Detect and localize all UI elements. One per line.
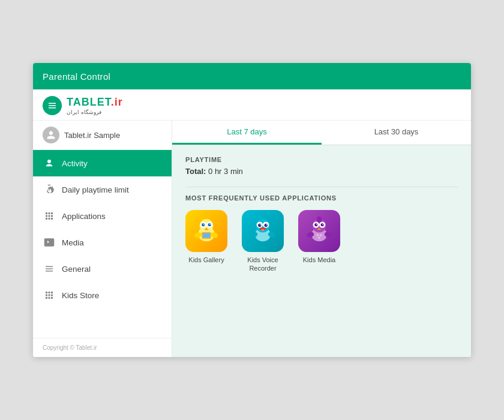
- header: Parental Control: [33, 63, 471, 89]
- tab-last7[interactable]: Last 7 days: [172, 121, 322, 145]
- app-item-kids-gallery: Kids Gallery: [185, 210, 227, 273]
- app-item-kids-voice: Kids Voice Recorder: [242, 210, 284, 273]
- sidebar-item-media[interactable]: Media: [33, 229, 172, 256]
- sidebar-footer: Copyright © Tablet.ir: [33, 338, 172, 357]
- apps-grid: Kids Gallery: [185, 210, 458, 273]
- divider: [185, 187, 458, 187]
- playtime-total-value: 0 hr 3 min: [208, 167, 243, 176]
- svg-point-19: [265, 224, 268, 227]
- activity-icon: [43, 157, 56, 170]
- svg-point-33: [316, 224, 317, 225]
- tab-last30[interactable]: Last 30 days: [322, 121, 471, 145]
- sidebar-item-general[interactable]: General: [33, 256, 172, 282]
- svg-point-38: [317, 234, 319, 236]
- svg-point-0: [47, 160, 51, 163]
- sidebar-item-applications-label: Applications: [62, 212, 106, 221]
- sidebar-item-applications[interactable]: Applications: [33, 203, 172, 229]
- kids-gallery-label: Kids Gallery: [188, 256, 224, 264]
- playtime-total-label: Total:: [185, 167, 206, 176]
- sidebar-user: Tablet.ir Sample: [33, 121, 172, 150]
- apps-section-title: MOST FREQUENTLY USED APPLICATIONS: [185, 194, 458, 202]
- kids-voice-icon: [242, 210, 284, 252]
- sidebar-nav: Activity Daily playtime limit Applicatio…: [33, 150, 172, 338]
- svg-point-23: [261, 229, 264, 231]
- timer-icon: [43, 183, 56, 196]
- playtime-total: Total: 0 hr 3 min: [185, 167, 458, 176]
- sidebar-item-daily-playtime[interactable]: Daily playtime limit: [33, 176, 172, 203]
- svg-point-39: [320, 234, 322, 236]
- logo-bar: TABLET.ir فروشگاه ایران: [33, 89, 471, 121]
- sidebar-item-kids-store-label: Kids Store: [62, 291, 99, 300]
- svg-rect-13: [203, 233, 210, 238]
- svg-point-18: [258, 224, 261, 227]
- svg-point-34: [322, 224, 323, 225]
- avatar: [43, 127, 59, 143]
- svg-point-20: [260, 224, 261, 226]
- svg-point-40: [318, 237, 320, 239]
- user-name: Tablet.ir Sample: [64, 131, 120, 140]
- content-area: Last 7 days Last 30 days PLAYTIME Total:…: [172, 121, 471, 357]
- svg-point-31: [314, 223, 317, 226]
- content-inner: PLAYTIME Total: 0 hr 3 min MOST FREQUENT…: [172, 145, 471, 357]
- copyright-text: Copyright © Tablet.ir: [43, 344, 97, 351]
- header-title: Parental Control: [43, 71, 110, 82]
- kids-gallery-icon: [185, 210, 227, 252]
- svg-point-8: [209, 224, 211, 225]
- logo-col: TABLET.ir فروشگاه ایران: [67, 96, 123, 115]
- logo-subtitle: فروشگاه ایران: [67, 109, 123, 115]
- logo-text: TABLET.ir: [67, 96, 123, 109]
- kids-voice-label: Kids Voice Recorder: [247, 256, 278, 273]
- svg-point-21: [266, 224, 267, 226]
- sidebar-item-daily-playtime-label: Daily playtime limit: [62, 185, 129, 194]
- tabs: Last 7 days Last 30 days: [172, 121, 471, 145]
- store-icon: [43, 289, 56, 302]
- playtime-section-title: PLAYTIME: [185, 156, 458, 163]
- sidebar-item-activity-label: Activity: [62, 159, 88, 168]
- apps-icon: [43, 209, 56, 223]
- sidebar-item-media-label: Media: [62, 238, 84, 247]
- app-window: Parental Control TABLET.ir فروشگاه ایران…: [33, 63, 471, 357]
- general-icon: [43, 262, 56, 275]
- svg-point-32: [321, 223, 324, 226]
- main-layout: Tablet.ir Sample Activity Daily playtime…: [33, 121, 471, 357]
- sidebar-item-kids-store[interactable]: Kids Store: [33, 282, 172, 308]
- svg-point-5: [202, 223, 205, 226]
- kids-media-icon: [298, 210, 340, 252]
- media-icon: [43, 236, 56, 249]
- sidebar-item-activity[interactable]: Activity: [33, 150, 172, 176]
- sidebar-item-general-label: General: [62, 265, 91, 274]
- kids-media-label: Kids Media: [303, 256, 335, 264]
- svg-point-6: [208, 223, 211, 226]
- app-item-kids-media: Kids Media: [298, 210, 340, 273]
- logo-icon: [43, 96, 62, 115]
- svg-point-7: [203, 224, 205, 225]
- svg-point-28: [317, 217, 322, 223]
- sidebar: Tablet.ir Sample Activity Daily playtime…: [33, 121, 172, 357]
